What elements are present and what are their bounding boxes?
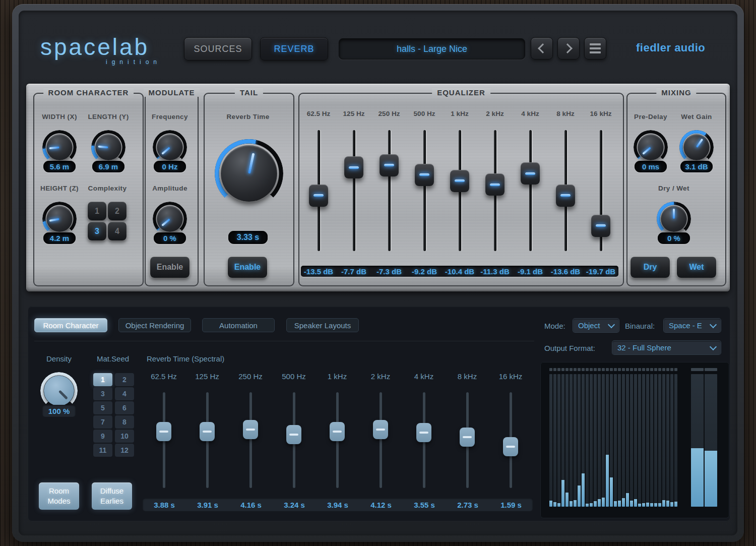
sources-button[interactable]: SOURCES: [184, 37, 252, 60]
spectral-freq-label: 4 kHz: [402, 372, 446, 381]
eq-slider-handle[interactable]: [521, 162, 540, 185]
wet-gain-knob[interactable]: [679, 130, 714, 164]
pre-delay-knob[interactable]: [634, 130, 668, 164]
width-knob[interactable]: [42, 130, 77, 164]
eq-slider-handle[interactable]: [415, 164, 434, 186]
meter-fill: [666, 501, 669, 507]
eq-slider-handle[interactable]: [556, 185, 575, 207]
mat-seed-button-7[interactable]: 7: [93, 415, 112, 429]
mat-seed-button-5[interactable]: 5: [93, 401, 112, 414]
meter-track: [705, 374, 717, 507]
slider-led: [419, 432, 428, 434]
preset-display[interactable]: halls - Large Nice: [339, 38, 525, 59]
mat-seed-button-12[interactable]: 12: [115, 444, 134, 457]
wet-button[interactable]: Wet: [677, 257, 716, 278]
spectral-slider-handle[interactable]: [200, 422, 215, 441]
eq-slider-handle[interactable]: [591, 215, 610, 237]
menu-button[interactable]: [584, 37, 606, 59]
tab-object-rendering[interactable]: Object Rendering: [118, 318, 191, 332]
room-modes-button[interactable]: Room Modes: [39, 482, 79, 510]
density-knob[interactable]: [40, 372, 78, 409]
eq-slider-track[interactable]: [388, 130, 391, 251]
meter-track: [630, 374, 633, 507]
eq-slider-handle[interactable]: [344, 156, 363, 178]
spectral-freq-label: 2 kHz: [359, 372, 402, 381]
tail-enable-button[interactable]: Enable: [228, 257, 267, 278]
meter-peak-cap: [658, 368, 661, 371]
eq-slider-handle[interactable]: [450, 170, 469, 192]
binaural-dropdown[interactable]: Space - E: [664, 319, 721, 332]
spectral-label: Reverb Time (Spectral): [147, 354, 224, 363]
complexity-button-4[interactable]: 4: [108, 222, 127, 240]
mat-seed-button-4[interactable]: 4: [115, 387, 134, 400]
mat-seed-button-11[interactable]: 11: [93, 444, 112, 457]
complexity-button-1[interactable]: 1: [88, 202, 106, 220]
slider-led: [376, 429, 385, 431]
height-label: HEIGHT (Z): [40, 185, 79, 192]
mat-seed-button-8[interactable]: 8: [115, 415, 134, 429]
logo-text: spacelab: [40, 33, 161, 60]
meter-peak-cap: [602, 368, 605, 371]
height-knob[interactable]: [42, 202, 77, 236]
eq-slider-track[interactable]: [529, 130, 532, 251]
spectral-slider-handle[interactable]: [416, 423, 431, 442]
amplitude-knob[interactable]: [153, 202, 187, 236]
eq-slider-handle[interactable]: [485, 173, 505, 196]
channel-meter: [630, 368, 633, 507]
meter-peak-cap: [606, 368, 609, 371]
eq-slider-handle[interactable]: [309, 185, 328, 207]
complexity-button-3[interactable]: 3: [88, 222, 106, 240]
spectral-slider-handle[interactable]: [243, 420, 258, 439]
spectral-slider-track[interactable]: [249, 392, 252, 488]
chevron-down-icon: [710, 321, 717, 328]
reverb-time-knob[interactable]: [215, 139, 283, 208]
tab-automation[interactable]: Automation: [202, 318, 275, 332]
mat-seed-button-1[interactable]: 1: [93, 373, 112, 386]
eq-slider-handle[interactable]: [380, 154, 399, 176]
spectral-slider-handle[interactable]: [156, 422, 171, 441]
spectral-slider-handle[interactable]: [503, 437, 518, 456]
spectral-slider-handle[interactable]: [460, 428, 475, 447]
tab-room-character[interactable]: Room Character: [34, 318, 107, 332]
modulate-enable-button[interactable]: Enable: [150, 257, 190, 278]
mat-seed-button-2[interactable]: 2: [115, 373, 134, 386]
tab-speaker-layouts[interactable]: Speaker Layouts: [286, 318, 359, 332]
channel-meter: [666, 368, 669, 507]
length-knob[interactable]: [91, 130, 125, 164]
meter-track: [578, 374, 581, 507]
output-format-dropdown[interactable]: 32 - Full Sphere: [612, 341, 721, 354]
mode-value: Object: [578, 321, 600, 330]
mode-dropdown[interactable]: Object: [573, 319, 619, 332]
meter-track: [618, 374, 621, 507]
frequency-knob[interactable]: [153, 130, 187, 164]
meter-peak-cap: [594, 368, 597, 371]
eq-slider-track[interactable]: [423, 130, 426, 251]
channel-meter: [610, 368, 613, 507]
complexity-button-2[interactable]: 2: [108, 202, 127, 220]
meter-peak-cap: [674, 368, 677, 371]
mat-seed-button-6[interactable]: 6: [115, 401, 134, 414]
preset-prev-button[interactable]: [531, 37, 553, 59]
meter-fill: [582, 473, 585, 507]
diffuse-earlies-button[interactable]: Diffuse Earlies: [92, 482, 132, 510]
length-value: 6.9 m: [92, 161, 124, 172]
spectral-slider-handle[interactable]: [373, 420, 388, 439]
eq-slider-track[interactable]: [353, 130, 355, 251]
dry-button[interactable]: Dry: [631, 257, 670, 278]
meter-peak-cap: [670, 368, 673, 371]
mat-seed-button-3[interactable]: 3: [93, 387, 112, 400]
slider-led: [203, 431, 212, 433]
reverb-button[interactable]: REVERB: [260, 37, 328, 60]
slider-led: [506, 446, 515, 448]
dry-wet-knob[interactable]: [657, 202, 691, 236]
spectral-slider-handle[interactable]: [286, 425, 301, 444]
spectral-slider-track[interactable]: [380, 392, 382, 488]
channel-meter: [658, 368, 661, 507]
spectral-slider-handle[interactable]: [330, 422, 345, 441]
meter-track: [674, 374, 677, 507]
meter-fill: [610, 477, 613, 507]
meter-track: [638, 374, 641, 507]
mat-seed-button-10[interactable]: 10: [115, 430, 134, 443]
mat-seed-button-9[interactable]: 9: [93, 430, 112, 443]
preset-next-button[interactable]: [557, 37, 580, 59]
